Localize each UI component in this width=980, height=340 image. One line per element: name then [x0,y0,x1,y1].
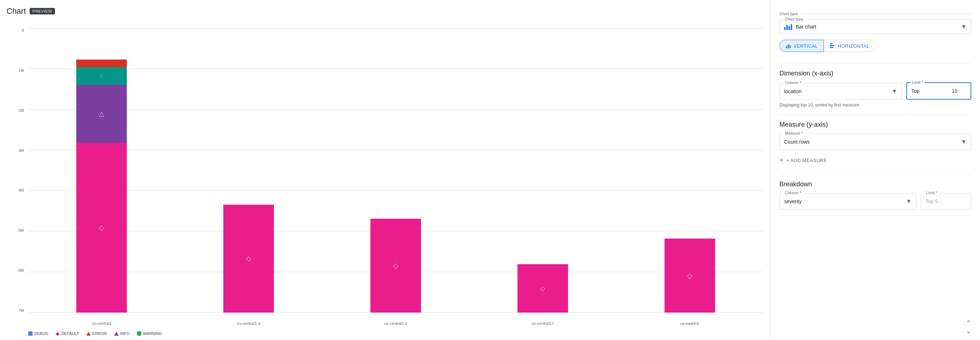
measure-section: Measure (y-axis) Measure * Count rows ▼ … [780,115,971,175]
bar-segment-default-c: ◇ [371,219,421,313]
svg-rect-5 [830,47,833,48]
svg-rect-1 [788,44,789,48]
dimension-limit-border[interactable]: Limit * Top [906,82,971,100]
legend-item-info: INFO [114,331,130,336]
horizontal-icon [830,43,835,49]
bar-segment-default: ◇ [76,143,127,313]
dimension-column-content[interactable]: location ▼ [780,83,902,99]
legend-label-default: DEFAULT [61,331,79,336]
bar-segment-default-a: ◇ [223,205,274,313]
breakdown-column-label: Column * [783,191,803,195]
bar-icon-triangle: △ [99,110,104,118]
legend-label-warning: WARNING [143,331,162,336]
scroll-arrows: ⌃ ⌄ [780,320,971,334]
bar-icon-bar2 [786,25,788,30]
legend-label-error: ERROR [92,331,107,336]
breakdown-column-content[interactable]: severity ▼ [780,193,916,209]
bar-group-us-central1: ◇ △ □ [28,28,175,313]
chart-type-section-label: Chart type [780,11,798,16]
bar-group-us-central1-a: ◇ us-central1-a [175,28,322,313]
horizontal-button[interactable]: HORIZONTAL [824,40,875,52]
dimension-limit-label: Limit * [911,80,925,84]
legend-color-debug [28,331,32,336]
x-label-us-central1: us-central1 [92,321,111,326]
bar-segment-default-e: ◇ [665,239,715,313]
legend-item-warning: WARNING [137,331,162,336]
measure-field[interactable]: Measure * Count rows ▼ [780,134,971,150]
dimension-field-row: Column * location ▼ Limit * Top [780,82,971,100]
chart-type-value: Bar chart [796,24,816,30]
bar-icon-square: □ [100,73,103,78]
breakdown-limit-label: Limit * [925,191,939,195]
measure-value: Count rows [784,139,810,145]
chart-title: Chart [6,6,26,16]
legend-item-debug: DEBUG [28,331,48,336]
dimension-limit-prefix: Top [912,88,920,94]
bar-icon-diamond-f: ◇ [540,285,545,293]
chart-type-wrapper[interactable]: Chart type Bar chart ▼ [780,19,971,34]
orientation-buttons: VERTICAL HORIZONTAL [780,40,971,52]
chart-type-select[interactable]: Bar chart ▼ [780,20,971,33]
bar-stack-us-central1: ◇ △ □ [76,60,127,313]
bar-stack-us-central1-a: ◇ [223,205,274,313]
dimension-limit-input[interactable] [952,88,966,94]
dimension-info-text: Displaying top 10, sorted by first measu… [780,103,971,108]
chart-and-yaxis: 7M 6M 5M 4M 3M 2M 1M 0 [6,25,770,327]
breakdown-limit-content[interactable]: Top 5 [921,193,971,209]
breakdown-row: Column * severity ▼ Limit * Top 5 [780,193,971,210]
y-label-2m: 2M [18,108,24,112]
bar-icon-diamond-c: ◇ [393,262,398,270]
x-label-us-central1-a: us-central1-a [237,321,260,326]
y-label-5m: 5M [18,228,24,232]
measure-content[interactable]: Count rows ▼ [780,134,971,150]
breakdown-limit-border[interactable]: Limit * Top 5 [921,193,971,210]
measure-section-title: Measure (y-axis) [780,121,971,128]
dimension-limit-group: Limit * Top [906,82,971,100]
dimension-section-title: Dimension (x-axis) [780,70,971,77]
legend-icon-info [114,332,119,336]
add-measure-button[interactable]: + + ADD MEASURE [780,155,971,166]
svg-rect-3 [830,43,832,44]
chart-type-section: Chart type Chart type Bar chart [780,6,971,64]
breakdown-column-border[interactable]: Column * severity ▼ [780,193,916,210]
legend-item-default: ◆ DEFAULT [56,331,79,336]
x-label-us-east4-b: us-east4-b [681,321,699,326]
bar-group-us-central1-c: ◇ us-central1-c [322,28,469,313]
bar-group-us-east4-b: ◇ us-east4-b [616,28,763,313]
y-label-3m: 3M [18,148,24,153]
vertical-label: VERTICAL [794,43,818,49]
legend-label-debug: DEBUG [34,331,48,336]
bar-icon-bar4 [791,24,792,30]
bar-segment-warning: □ [76,67,127,85]
dimension-column-chevron: ▼ [891,88,897,95]
y-label-6m: 6M [18,268,24,272]
bar-stack-us-central1-f: ◇ [517,264,568,313]
dimension-column-value: location [784,89,802,94]
x-label-us-central1-c: us-central1-c [384,321,407,326]
legend: DEBUG ◆ DEFAULT ERROR INFO WARNING [6,327,770,340]
bar-segment-default-f: ◇ [517,264,568,313]
breakdown-section-title: Breakdown [780,180,971,188]
y-axis: 7M 6M 5M 4M 3M 2M 1M 0 [6,25,28,327]
bar-chart-icon [784,24,792,30]
svg-rect-4 [830,45,834,46]
breakdown-section: Breakdown Column * severity ▼ Limit * To… [780,175,971,216]
bar-group-us-central1-f: ◇ us-central1-f [469,28,616,313]
bar-icon-diamond-a: ◇ [246,255,251,263]
dimension-column-border[interactable]: Column * location ▼ [780,83,902,100]
dimension-section: Dimension (x-axis) Column * location ▼ L… [780,64,971,115]
vertical-icon [786,43,791,49]
scroll-up-arrow[interactable]: ⌃ [966,320,971,326]
y-label-7m: 7M [18,308,24,313]
dimension-column-group: Column * location ▼ [780,83,902,100]
legend-color-warning [137,331,141,336]
legend-icon-default: ◆ [56,331,60,336]
add-icon: + [780,157,783,164]
vertical-button[interactable]: VERTICAL [780,40,824,52]
legend-item-error: ERROR [86,331,107,336]
y-label-0: 0 [22,28,24,33]
scroll-down-arrow[interactable]: ⌄ [966,328,971,334]
dimension-limit-content[interactable]: Top [907,83,970,99]
chart-container: 7M 6M 5M 4M 3M 2M 1M 0 [6,25,770,340]
preview-badge: PREVIEW [30,8,55,14]
